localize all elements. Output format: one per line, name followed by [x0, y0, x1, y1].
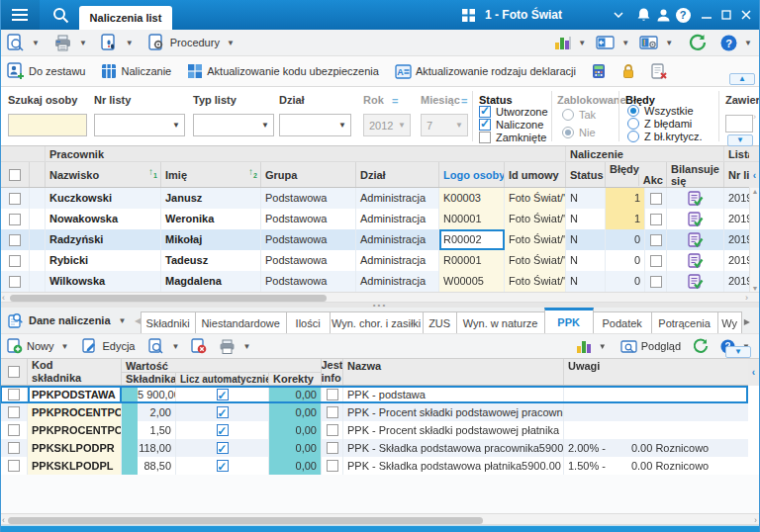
cell-kod[interactable]: PPKSKLPODPL: [28, 457, 122, 475]
collapse-filter-button[interactable]: ▲: [729, 73, 755, 85]
typ-listy-select[interactable]: ▼: [193, 114, 274, 136]
tab-niestandardowe[interactable]: Niestandardowe: [195, 311, 287, 333]
bledy-krytyczne-option[interactable]: Z bł.krytycz.: [627, 131, 703, 142]
cell-logo-osoby[interactable]: N00001: [439, 209, 505, 229]
apps-grid-icon[interactable]: [462, 9, 475, 22]
zawiera-input[interactable]: [725, 115, 753, 133]
collapse-details-button[interactable]: ▼: [725, 346, 751, 358]
column-header-nazwisko[interactable]: Nazwisko↑1: [46, 162, 161, 187]
table-row[interactable]: Nowakowska Weronika Podstawowa Administr…: [0, 209, 749, 229]
cell-kod[interactable]: PPKSKLPODPR: [28, 439, 122, 457]
scroll-left-icon[interactable]: ‹: [2, 294, 5, 303]
jest-info-checkbox[interactable]: [327, 406, 338, 418]
akc-checkbox[interactable]: [650, 276, 662, 288]
table-row[interactable]: Rybicki Tadeusz Podstawowa Administracja…: [0, 250, 749, 271]
analysis-button[interactable]: ▼: [554, 35, 586, 50]
print-button[interactable]: ▼: [53, 35, 87, 51]
licz-automatycznie-checkbox[interactable]: [217, 442, 229, 454]
bledy-z-bledami-option[interactable]: Z błędami: [627, 118, 692, 130]
cell-wartosc[interactable]: 118,00: [122, 439, 176, 457]
cell-wartosc[interactable]: 88,50: [122, 457, 176, 475]
cell-wartosc[interactable]: 2,00: [122, 403, 176, 421]
table-row[interactable]: Wilkowska Magdalena Podstawowa Administr…: [0, 271, 749, 292]
delete-record-icon[interactable]: [191, 338, 207, 354]
aktualizowanie-rodzaju-button[interactable]: A Aktualizowanie rodzaju deklaracji: [395, 64, 576, 79]
jest-info-checkbox[interactable]: [327, 424, 338, 436]
tab-wyplaty[interactable]: Wy: [717, 311, 742, 333]
user-icon[interactable]: [653, 0, 673, 30]
licz-automatycznie-checkbox[interactable]: [217, 460, 229, 472]
scroll-left-icon[interactable]: ‹: [2, 516, 5, 525]
select-all-checkbox[interactable]: [9, 169, 21, 181]
run-steps-button[interactable]: ▼: [101, 34, 134, 51]
cell-korekty[interactable]: 0,00: [269, 439, 322, 457]
table-row[interactable]: Kuczkowski Janusz Podstawowa Administrac…: [0, 188, 749, 209]
licz-automatycznie-checkbox[interactable]: [217, 406, 229, 418]
jest-info-checkbox[interactable]: [327, 389, 338, 400]
main-menu-button[interactable]: [0, 0, 40, 30]
column-header-bilansuje[interactable]: Bilansujesię: [667, 162, 724, 187]
column-header-skladnika[interactable]: Składnika: [122, 373, 176, 385]
column-header-nazwa[interactable]: Nazwa: [343, 359, 564, 385]
procedures-button[interactable]: Procedury ▼: [148, 34, 235, 51]
table-row[interactable]: Radzyński Mikołaj Podstawowa Administrac…: [0, 229, 749, 250]
edit-button[interactable]: Edycja: [82, 338, 135, 354]
column-header-grupa[interactable]: Grupa: [261, 162, 356, 187]
table-row[interactable]: PPKPROCENTPODP 2,00 0,00 PPK - Procent s…: [0, 403, 748, 421]
scroll-right-icon[interactable]: ›: [745, 294, 748, 303]
maximize-icon[interactable]: [716, 0, 736, 30]
tab-wyn-w-naturze[interactable]: Wyn. w naturze: [456, 311, 545, 333]
scroll-right-icon[interactable]: ›: [754, 516, 757, 525]
podglad-button[interactable]: Podgląd: [620, 340, 681, 353]
column-header-licz[interactable]: Licz automatycznie: [176, 373, 269, 385]
cell-kod[interactable]: PPKPODSTAWA: [28, 386, 122, 403]
miesiac-select[interactable]: 7▼: [421, 114, 468, 136]
row-select-checkbox[interactable]: [8, 424, 20, 436]
column-header-logo-osoby[interactable]: Logo osoby: [439, 162, 505, 187]
column-scroll-left-icon[interactable]: ‹: [748, 359, 759, 386]
dzial-select[interactable]: ▼: [279, 114, 351, 136]
cell-korekty[interactable]: 0,00: [269, 457, 322, 475]
lock-icon[interactable]: [621, 63, 635, 79]
tab-zus[interactable]: ZUS: [423, 311, 457, 333]
minimize-icon[interactable]: [697, 0, 716, 30]
panel-scroll-right-icon[interactable]: ›: [753, 112, 756, 122]
equals-operator-icon[interactable]: =: [392, 95, 398, 107]
table-row[interactable]: PPKSKLPODPR 118,00 0,00 PPK - Składka po…: [0, 439, 748, 457]
refresh-button[interactable]: [689, 34, 707, 51]
cell-wartosc[interactable]: 1,50: [122, 421, 176, 439]
chevron-down-icon[interactable]: [614, 12, 623, 18]
akc-checkbox[interactable]: [650, 255, 662, 267]
cell-logo-osoby-focused[interactable]: R00002: [439, 229, 505, 250]
new-button[interactable]: Nowy ▼: [7, 338, 68, 354]
tab-podatek[interactable]: Podatek: [593, 311, 652, 333]
column-header-bledy[interactable]: BłędyAkc: [606, 162, 667, 187]
table-row[interactable]: PPKSKLPODPL 88,50 0,00 PPK - Składka pod…: [0, 457, 748, 475]
column-header-kod[interactable]: Kodskładnika: [28, 359, 122, 385]
column-header-jest-info[interactable]: Jestinfo: [322, 359, 343, 385]
row-select-checkbox[interactable]: [8, 406, 20, 418]
aktualizowanie-kodu-button[interactable]: Aktualizowanie kodu ubezpieczenia: [187, 63, 379, 79]
row-select-checkbox[interactable]: [8, 442, 20, 454]
cell-logo-osoby[interactable]: K00003: [439, 188, 505, 209]
equals-operator-icon[interactable]: =: [461, 95, 467, 107]
cell-kod[interactable]: PPKPROCENTPODP: [28, 421, 122, 439]
analysis-details-button[interactable]: ▼: [576, 339, 607, 354]
dock-window-button[interactable]: ▼: [596, 36, 629, 49]
akc-checkbox[interactable]: [650, 214, 662, 225]
refresh-icon[interactable]: [693, 338, 709, 354]
cell-korekty[interactable]: 0,00: [269, 386, 322, 403]
collapse-filter-bottom-button[interactable]: ▼: [727, 134, 753, 146]
status-zamkniete-option[interactable]: Zamknięte: [479, 132, 546, 143]
scrollbar-thumb[interactable]: [10, 295, 327, 302]
global-search-button[interactable]: [44, 0, 77, 30]
row-select-checkbox[interactable]: [9, 214, 21, 225]
tab-naliczenia-list[interactable]: Naliczenia list: [79, 6, 172, 30]
cell-kod[interactable]: PPKPROCENTPODP: [28, 403, 122, 421]
zablokowane-nie-option[interactable]: Nie: [562, 127, 596, 138]
cell-logo-osoby[interactable]: R00001: [439, 250, 505, 271]
do-zestawu-button[interactable]: Do zestawu: [7, 62, 85, 80]
jest-info-checkbox[interactable]: [327, 460, 338, 472]
jest-info-checkbox[interactable]: [327, 442, 338, 454]
tab-skladniki[interactable]: Składniki: [141, 311, 196, 333]
